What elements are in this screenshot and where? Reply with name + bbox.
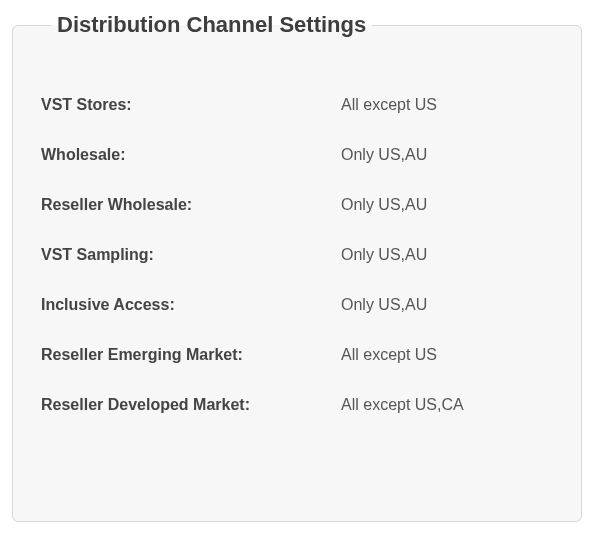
setting-value: All except US	[341, 346, 553, 364]
panel-title: Distribution Channel Settings	[51, 12, 372, 38]
setting-label: Reseller Emerging Market:	[41, 346, 341, 364]
setting-label: Reseller Wholesale:	[41, 196, 341, 214]
setting-label: VST Sampling:	[41, 246, 341, 264]
setting-label: VST Stores:	[41, 96, 341, 114]
setting-row-vst-stores: VST Stores: All except US	[41, 80, 553, 130]
setting-row-reseller-developed-market: Reseller Developed Market: All except US…	[41, 380, 553, 430]
setting-value: All except US	[341, 96, 553, 114]
setting-label: Inclusive Access:	[41, 296, 341, 314]
setting-label: Wholesale:	[41, 146, 341, 164]
setting-row-inclusive-access: Inclusive Access: Only US,AU	[41, 280, 553, 330]
setting-value: Only US,AU	[341, 296, 553, 314]
setting-row-reseller-wholesale: Reseller Wholesale: Only US,AU	[41, 180, 553, 230]
setting-value: All except US,CA	[341, 396, 553, 414]
distribution-channel-settings-panel: Distribution Channel Settings VST Stores…	[12, 12, 582, 522]
setting-value: Only US,AU	[341, 146, 553, 164]
setting-label: Reseller Developed Market:	[41, 396, 341, 414]
setting-value: Only US,AU	[341, 246, 553, 264]
setting-row-wholesale: Wholesale: Only US,AU	[41, 130, 553, 180]
settings-rows: VST Stores: All except US Wholesale: Onl…	[41, 80, 553, 430]
setting-row-reseller-emerging-market: Reseller Emerging Market: All except US	[41, 330, 553, 380]
setting-value: Only US,AU	[341, 196, 553, 214]
setting-row-vst-sampling: VST Sampling: Only US,AU	[41, 230, 553, 280]
